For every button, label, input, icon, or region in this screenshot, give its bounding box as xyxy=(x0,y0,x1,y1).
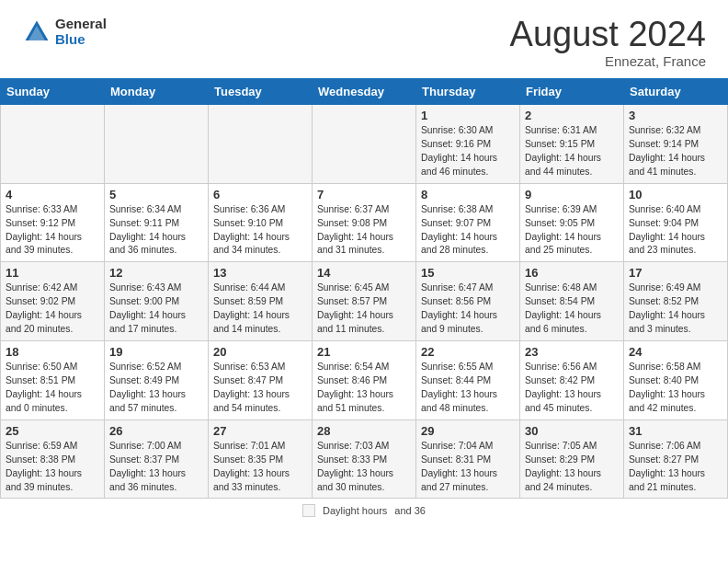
legend-box xyxy=(302,504,315,517)
day-number: 7 xyxy=(317,188,411,201)
day-info: Sunrise: 6:52 AM Sunset: 8:49 PM Dayligh… xyxy=(109,361,203,416)
day-info: Sunrise: 6:53 AM Sunset: 8:47 PM Dayligh… xyxy=(213,361,307,416)
day-number: 1 xyxy=(421,109,515,122)
day-info: Sunrise: 6:58 AM Sunset: 8:40 PM Dayligh… xyxy=(629,361,722,416)
day-info: Sunrise: 7:01 AM Sunset: 8:35 PM Dayligh… xyxy=(213,440,307,495)
calendar-day-header: Monday xyxy=(105,79,209,105)
calendar-week-row: 18Sunrise: 6:50 AM Sunset: 8:51 PM Dayli… xyxy=(1,341,728,420)
logo-general: General xyxy=(55,17,107,32)
day-number: 20 xyxy=(213,345,307,359)
day-info: Sunrise: 6:48 AM Sunset: 8:54 PM Dayligh… xyxy=(525,282,619,337)
calendar-cell: 17Sunrise: 6:49 AM Sunset: 8:52 PM Dayli… xyxy=(624,262,728,341)
day-number: 18 xyxy=(6,345,99,359)
day-number: 30 xyxy=(525,424,619,438)
day-info: Sunrise: 6:43 AM Sunset: 9:00 PM Dayligh… xyxy=(109,282,203,337)
calendar-cell: 13Sunrise: 6:44 AM Sunset: 8:59 PM Dayli… xyxy=(209,262,313,341)
calendar-week-row: 4Sunrise: 6:33 AM Sunset: 9:12 PM Daylig… xyxy=(1,183,728,262)
day-number: 5 xyxy=(109,188,203,201)
day-info: Sunrise: 7:06 AM Sunset: 8:27 PM Dayligh… xyxy=(629,440,722,495)
calendar-day-header: Thursday xyxy=(416,79,520,105)
day-info: Sunrise: 6:33 AM Sunset: 9:12 PM Dayligh… xyxy=(6,203,99,259)
calendar-cell: 21Sunrise: 6:54 AM Sunset: 8:46 PM Dayli… xyxy=(313,341,416,420)
daylight-label: Daylight hours xyxy=(323,505,387,516)
calendar-cell: 27Sunrise: 7:01 AM Sunset: 8:35 PM Dayli… xyxy=(209,419,313,499)
day-number: 31 xyxy=(629,424,722,438)
calendar-cell: 12Sunrise: 6:43 AM Sunset: 9:00 PM Dayli… xyxy=(105,262,209,341)
day-info: Sunrise: 7:00 AM Sunset: 8:37 PM Dayligh… xyxy=(109,440,203,495)
calendar-cell: 30Sunrise: 7:05 AM Sunset: 8:29 PM Dayli… xyxy=(520,419,624,499)
day-info: Sunrise: 6:34 AM Sunset: 9:11 PM Dayligh… xyxy=(109,203,203,259)
day-number: 24 xyxy=(629,345,722,359)
day-info: Sunrise: 6:49 AM Sunset: 8:52 PM Dayligh… xyxy=(629,282,722,337)
month-title: August 2024 xyxy=(510,17,706,52)
calendar-cell: 14Sunrise: 6:45 AM Sunset: 8:57 PM Dayli… xyxy=(313,262,416,341)
day-number: 13 xyxy=(213,266,307,280)
calendar-cell: 31Sunrise: 7:06 AM Sunset: 8:27 PM Dayli… xyxy=(624,419,728,499)
day-number: 9 xyxy=(525,188,619,201)
logo-blue: Blue xyxy=(55,32,107,48)
calendar-cell: 7Sunrise: 6:37 AM Sunset: 9:08 PM Daylig… xyxy=(313,183,416,262)
day-info: Sunrise: 7:05 AM Sunset: 8:29 PM Dayligh… xyxy=(525,440,619,495)
calendar-cell: 24Sunrise: 6:58 AM Sunset: 8:40 PM Dayli… xyxy=(624,341,728,420)
day-info: Sunrise: 6:36 AM Sunset: 9:10 PM Dayligh… xyxy=(213,203,307,259)
day-number: 27 xyxy=(213,424,307,438)
calendar-cell: 2Sunrise: 6:31 AM Sunset: 9:15 PM Daylig… xyxy=(520,105,624,184)
calendar-table: SundayMondayTuesdayWednesdayThursdayFrid… xyxy=(0,78,728,499)
calendar-cell: 23Sunrise: 6:56 AM Sunset: 8:42 PM Dayli… xyxy=(520,341,624,420)
day-number: 19 xyxy=(109,345,203,359)
day-info: Sunrise: 7:03 AM Sunset: 8:33 PM Dayligh… xyxy=(317,440,411,495)
day-number: 22 xyxy=(421,345,515,359)
title-area: August 2024 Ennezat, France xyxy=(510,17,706,69)
day-info: Sunrise: 6:40 AM Sunset: 9:04 PM Dayligh… xyxy=(629,203,722,259)
day-info: Sunrise: 6:38 AM Sunset: 9:07 PM Dayligh… xyxy=(421,203,515,259)
calendar-cell: 19Sunrise: 6:52 AM Sunset: 8:49 PM Dayli… xyxy=(105,341,209,420)
calendar-week-row: 11Sunrise: 6:42 AM Sunset: 9:02 PM Dayli… xyxy=(1,262,728,341)
day-info: Sunrise: 6:30 AM Sunset: 9:16 PM Dayligh… xyxy=(421,124,515,179)
day-number: 4 xyxy=(6,188,99,201)
day-number: 6 xyxy=(213,188,307,201)
calendar-cell: 20Sunrise: 6:53 AM Sunset: 8:47 PM Dayli… xyxy=(209,341,313,420)
calendar-cell: 29Sunrise: 7:04 AM Sunset: 8:31 PM Dayli… xyxy=(416,419,520,499)
day-info: Sunrise: 6:42 AM Sunset: 9:02 PM Dayligh… xyxy=(6,282,99,337)
day-number: 16 xyxy=(525,266,619,280)
day-number: 3 xyxy=(629,109,722,122)
day-info: Sunrise: 6:31 AM Sunset: 9:15 PM Dayligh… xyxy=(525,124,619,179)
header: General Blue August 2024 Ennezat, France xyxy=(0,0,728,78)
calendar-cell: 11Sunrise: 6:42 AM Sunset: 9:02 PM Dayli… xyxy=(1,262,105,341)
day-number: 21 xyxy=(317,345,411,359)
calendar-cell: 16Sunrise: 6:48 AM Sunset: 8:54 PM Dayli… xyxy=(520,262,624,341)
day-info: Sunrise: 6:55 AM Sunset: 8:44 PM Dayligh… xyxy=(421,361,515,416)
day-number: 29 xyxy=(421,424,515,438)
day-info: Sunrise: 6:54 AM Sunset: 8:46 PM Dayligh… xyxy=(317,361,411,416)
day-number: 17 xyxy=(629,266,722,280)
day-number: 10 xyxy=(629,188,722,201)
day-number: 11 xyxy=(6,266,99,280)
day-number: 25 xyxy=(6,424,99,438)
calendar-cell: 8Sunrise: 6:38 AM Sunset: 9:07 PM Daylig… xyxy=(416,183,520,262)
calendar-cell xyxy=(1,105,105,184)
calendar-cell: 25Sunrise: 6:59 AM Sunset: 8:38 PM Dayli… xyxy=(1,419,105,499)
day-number: 2 xyxy=(525,109,619,122)
calendar-header-row: SundayMondayTuesdayWednesdayThursdayFrid… xyxy=(1,79,728,105)
calendar-cell xyxy=(209,105,313,184)
logo: General Blue xyxy=(22,17,107,47)
day-number: 26 xyxy=(109,424,203,438)
footer: Daylight hours and 36 xyxy=(0,499,728,521)
day-info: Sunrise: 6:59 AM Sunset: 8:38 PM Dayligh… xyxy=(6,440,99,495)
calendar-cell: 5Sunrise: 6:34 AM Sunset: 9:11 PM Daylig… xyxy=(105,183,209,262)
calendar-cell: 10Sunrise: 6:40 AM Sunset: 9:04 PM Dayli… xyxy=(624,183,728,262)
calendar-cell: 15Sunrise: 6:47 AM Sunset: 8:56 PM Dayli… xyxy=(416,262,520,341)
calendar-week-row: 25Sunrise: 6:59 AM Sunset: 8:38 PM Dayli… xyxy=(1,419,728,499)
day-info: Sunrise: 7:04 AM Sunset: 8:31 PM Dayligh… xyxy=(421,440,515,495)
calendar-cell: 26Sunrise: 7:00 AM Sunset: 8:37 PM Dayli… xyxy=(105,419,209,499)
calendar-cell: 18Sunrise: 6:50 AM Sunset: 8:51 PM Dayli… xyxy=(1,341,105,420)
calendar-week-row: 1Sunrise: 6:30 AM Sunset: 9:16 PM Daylig… xyxy=(1,105,728,184)
day-info: Sunrise: 6:44 AM Sunset: 8:59 PM Dayligh… xyxy=(213,282,307,337)
day-number: 15 xyxy=(421,266,515,280)
calendar-day-header: Tuesday xyxy=(209,79,313,105)
day-number: 28 xyxy=(317,424,411,438)
calendar-day-header: Friday xyxy=(520,79,624,105)
legend-text: and 36 xyxy=(394,505,426,516)
day-info: Sunrise: 6:39 AM Sunset: 9:05 PM Dayligh… xyxy=(525,203,619,259)
day-number: 23 xyxy=(525,345,619,359)
